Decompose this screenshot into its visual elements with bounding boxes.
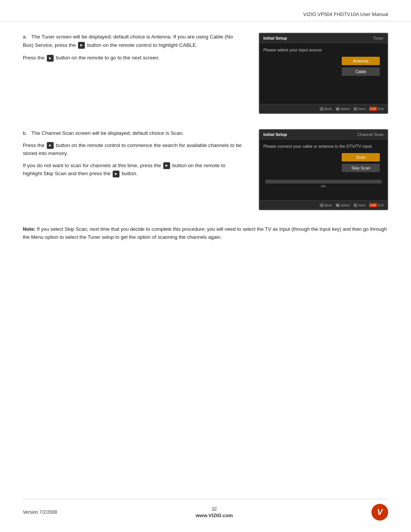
cs-exit-label: Exit [378, 203, 384, 207]
cs-select-label: Select [340, 203, 350, 207]
footer-select: ●● Select [336, 107, 350, 111]
page-header: VIZIO VP504 FHDTV10A User Manual [0, 0, 411, 21]
cs-next-icon: ▷ [354, 203, 357, 207]
cs-footer-select: ●● Select [336, 203, 350, 207]
section-b-text: b. The Channel Scan screen will be displ… [23, 129, 244, 210]
section-b-label: b. [23, 130, 30, 136]
cs-footer-back: ◁ Back [320, 203, 332, 207]
exit-icon: Last [369, 107, 377, 111]
channel-scan-screen: Initial Setup Channel Scan Please connec… [259, 129, 388, 210]
select-label: Select [340, 107, 350, 111]
tuner-screen-footer: ◁ Back ●● Select ▷ Next Last Exit [260, 104, 387, 113]
scan-option-scan[interactable]: Scan [342, 153, 380, 161]
channel-scan-subtitle: Channel Scan [357, 132, 384, 137]
tuner-screen-header: Initial Setup Tuner [260, 34, 387, 43]
tuner-screen: Initial Setup Tuner Please select your i… [259, 33, 388, 114]
tuner-options: Antenna Cable [263, 57, 384, 76]
tuner-option-antenna[interactable]: Antenna [342, 57, 380, 65]
footer-back: ◁ Back [320, 107, 332, 111]
tuner-option-cable[interactable]: Cable [342, 67, 380, 76]
note-section: Note: If you select Skip Scan, next time… [23, 225, 388, 241]
cs-next-label: Next [358, 203, 365, 207]
channel-scan-body: Please connect your cable or antenna to … [260, 139, 387, 200]
channel-scan-options: Scan Skip Scan [263, 153, 384, 172]
section-b-paragraph-1: b. The Channel Scan screen will be displ… [23, 129, 244, 137]
scan-progress-label: 0% [265, 184, 382, 188]
section-b-paragraph-2: Press the button on the remote control t… [23, 141, 244, 158]
footer-version: Version 7/2/2008 [23, 510, 57, 515]
channel-scan-header: Initial Setup Channel Scan [260, 130, 387, 139]
page-footer: Version 7/2/2008 32 www.VIZIO.com V [23, 499, 388, 521]
cs-exit-icon: Last [369, 203, 377, 207]
back-label: Back [324, 107, 332, 111]
remote-button-icon-4 [163, 162, 170, 169]
next-icon: ▷ [354, 107, 357, 111]
footer-next: ▷ Next [354, 107, 365, 111]
next-label: Next [358, 107, 365, 111]
section-a-paragraph-1: a. The Tuner screen will be displayed; d… [23, 33, 244, 49]
channel-scan-title: Initial Setup [263, 132, 287, 137]
back-icon: ◁ [320, 107, 323, 111]
note-text: If you select Skip Scan, next time that … [23, 226, 387, 240]
section-b-paragraph-3: If you do not want to scan for channels … [23, 161, 244, 178]
tuner-screen-title: Initial Setup [263, 36, 287, 40]
cs-back-icon: ◁ [320, 203, 323, 207]
section-a-paragraph-2: Press the button on the remote to go to … [23, 54, 244, 62]
vizio-logo: V [371, 504, 388, 521]
section-a-label: a. [23, 34, 30, 40]
tuner-screen-subtitle: Tuner [373, 36, 384, 40]
cs-footer-next: ▷ Next [354, 203, 365, 207]
vizio-logo-v-letter: V [377, 507, 383, 517]
remote-button-icon-2 [47, 55, 54, 62]
channel-scan-footer: ◁ Back ●● Select ▷ Next Last Exit [260, 200, 387, 209]
select-icon: ●● [336, 107, 339, 111]
exit-label: Exit [378, 107, 384, 111]
cs-select-icon: ●● [336, 203, 339, 207]
section-b: b. The Channel Scan screen will be displ… [23, 129, 388, 210]
section-a-text: a. The Tuner screen will be displayed; d… [23, 33, 244, 114]
remote-button-icon-5 [113, 171, 119, 177]
main-content: a. The Tuner screen will be displayed; d… [0, 21, 411, 264]
cs-footer-exit: Last Exit [369, 203, 384, 207]
channel-scan-prompt: Please connect your cable or antenna to … [263, 144, 384, 149]
scan-option-skip[interactable]: Skip Scan [342, 164, 380, 172]
footer-page: 32 [212, 506, 217, 512]
cs-back-label: Back [324, 203, 332, 207]
tuner-prompt: Please select your input source: [263, 48, 384, 52]
remote-button-icon-3 [47, 142, 54, 149]
remote-button-icon-1 [78, 42, 85, 49]
manual-title: VIZIO VP504 FHDTV10A User Manual [303, 11, 388, 17]
tuner-screen-body: Please select your input source: Antenna… [260, 43, 387, 104]
scan-progress-bar [265, 180, 382, 184]
section-a: a. The Tuner screen will be displayed; d… [23, 33, 388, 114]
footer-website: www.VIZIO.com [196, 513, 233, 518]
footer-exit: Last Exit [369, 107, 384, 111]
note-bold: Note: [23, 226, 35, 232]
